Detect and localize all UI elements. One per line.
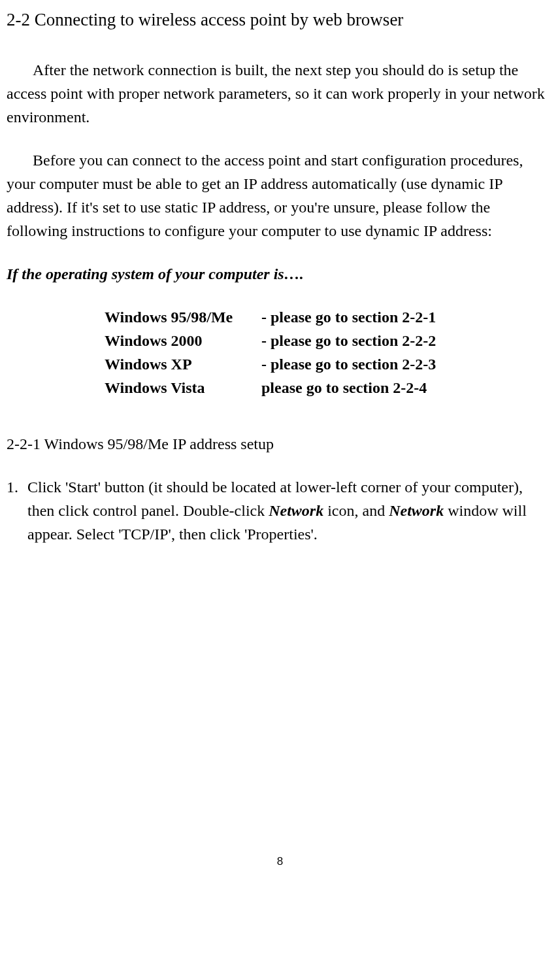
os-goto: - please go to section 2-2-2: [261, 329, 436, 352]
step-text: icon, and: [323, 502, 389, 519]
os-name: Windows 2000: [105, 329, 261, 352]
os-row: Windows 2000 - please go to section 2-2-…: [105, 329, 553, 352]
subsection-title: 2-2-1 Windows 95/98/Me IP address setup: [7, 432, 553, 456]
os-name: Windows XP: [105, 352, 261, 376]
network-word: Network: [269, 502, 323, 519]
os-goto: please go to section 2-2-4: [261, 376, 427, 399]
os-name: Windows Vista: [105, 376, 261, 399]
os-row: Windows Vista please go to section 2-2-4: [105, 376, 553, 399]
network-word: Network: [389, 502, 444, 519]
os-name: Windows 95/98/Me: [105, 305, 261, 329]
paragraph-intro-2: Before you can connect to the access poi…: [7, 148, 553, 243]
section-title: 2-2 Connecting to wireless access point …: [7, 7, 553, 33]
os-row: Windows XP - please go to section 2-2-3: [105, 352, 553, 376]
step-number: 1.: [7, 475, 27, 546]
os-row: Windows 95/98/Me - please go to section …: [105, 305, 553, 329]
os-goto: - please go to section 2-2-1: [261, 305, 436, 329]
step-1: 1. Click 'Start' button (it should be lo…: [7, 475, 553, 546]
os-table: Windows 95/98/Me - please go to section …: [105, 305, 553, 399]
os-goto: - please go to section 2-2-3: [261, 352, 436, 376]
page-number: 8: [7, 853, 553, 870]
paragraph-intro-1: After the network connection is built, t…: [7, 58, 553, 129]
step-body: Click 'Start' button (it should be locat…: [27, 475, 553, 546]
os-intro: If the operating system of your computer…: [7, 262, 553, 286]
